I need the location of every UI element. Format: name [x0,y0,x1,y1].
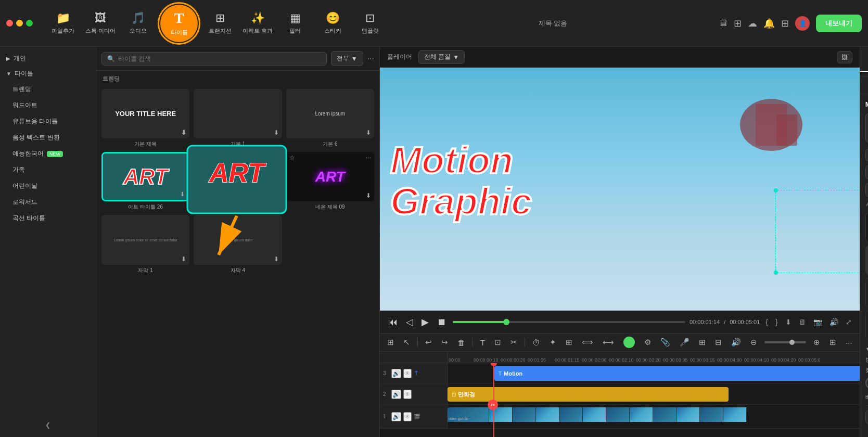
tile-basic-title[interactable]: YOUR TITLE HERE ⬇ 기본 제목 [101,89,189,148]
filter-button[interactable]: ▦ 필터 [277,5,313,42]
tl-mirror-tool[interactable]: ⟺ [580,337,595,348]
tile-neon09[interactable]: ART ⬇ ☆ ··· 네온 제목 09 [286,152,374,211]
track-2-content[interactable]: ⊡ 만화경 [448,384,860,404]
tile-basic6[interactable]: Lorem ipsum ⬇ 기본 6 [286,89,374,148]
export-button[interactable]: 내보내기 [816,15,862,32]
tl-layout-button[interactable]: ⊞ [827,337,838,348]
fullscreen-ctrl-button[interactable]: ⤢ [844,317,853,327]
audio-ctrl-button[interactable]: 🔊 [828,317,840,327]
tl-undo-button[interactable]: ↩ [423,337,434,348]
effect-button[interactable]: ✨ 이펙트 효과 [240,5,275,42]
bracket-open-button[interactable]: { [764,317,770,327]
track-2-visibility[interactable]: 👁 [403,390,412,399]
transform-row[interactable]: 변환 ◇ [865,356,868,364]
screenshot-button[interactable]: 🖼 [837,51,852,63]
monitor-out-button[interactable]: 🖥 [797,317,808,327]
zoom-slider[interactable] [764,341,806,343]
tl-text-tool[interactable]: T [478,337,487,348]
sidebar-item-wordart[interactable]: 워드아트 [0,97,96,113]
preset-slash[interactable]: ⊘ [865,213,868,242]
tile-basic1[interactable]: ⬇ 기본 1 [194,89,282,148]
search-box[interactable]: 🔍 [101,52,327,66]
track-3-clip[interactable]: T Motion [494,366,860,381]
sidebar-item-voice-text[interactable]: 음성 텍스트 변환 [0,130,96,146]
quality-select[interactable]: 전체 품질 ▼ [418,50,465,64]
stop-button[interactable]: ⏹ [435,316,449,329]
track-3-content[interactable]: T Motion [448,363,860,383]
align-justify-button[interactable]: ≡ [865,165,868,179]
tl-star-tool[interactable]: ✦ [547,337,558,348]
sidebar-item-youtube[interactable]: 유튜브용 타이틀 [0,113,96,130]
tl-delete-button[interactable]: 🗑 [455,337,467,348]
subtab-basic[interactable]: 기본 [860,76,868,94]
template-button[interactable]: ⊡ 템플릿 [352,5,388,42]
sidebar-item-lowthird[interactable]: 로워서드 [0,194,96,210]
track-2-clip[interactable]: ⊡ 만화경 [448,387,729,402]
sidebar-collapse-button[interactable]: ❮ [0,417,96,433]
sidebar-item-family[interactable]: 가족 [0,162,96,178]
preset-a-white3[interactable]: A [865,311,868,340]
sidebar-item-korea-fun[interactable]: 예능한국어 NEW [0,146,96,162]
screenshot-ctrl-button[interactable]: 📷 [812,317,824,327]
tl-more-tool[interactable]: ⊞ [697,337,708,348]
fullscreen-button[interactable] [26,20,33,27]
tile-sub1[interactable]: Lorem ipsum dolor sit amet consectetur ⬇… [101,215,189,274]
tl-mic-button[interactable]: 🎤 [678,337,692,348]
filter-dropdown[interactable]: 전부 ▼ [331,51,363,66]
tile-sub29[interactable]: Lorem Ipsum Lorem ipsum dolor sit amet ⬇… [194,152,282,211]
track-3-visibility[interactable]: 👁 [403,369,412,378]
tl-settings-button[interactable]: ⚙ [642,337,653,348]
text-editor[interactable]: MotionGraphic [865,113,868,143]
play-button[interactable]: ▶ [419,315,431,329]
sidebar-section-personal[interactable]: ▶ 개인 [0,51,96,66]
title-button[interactable]: T 타이틀 [160,5,198,42]
tl-select-tool[interactable]: ⊞ [385,337,396,348]
track-1-content[interactable]: user guide [448,405,860,428]
close-button[interactable] [6,20,13,27]
rewind-button[interactable]: ⏮ [386,316,400,329]
tl-detach-button[interactable]: ⊟ [713,337,724,348]
tl-expand-button[interactable]: ··· [844,337,854,348]
track-2-mute[interactable]: 🔊 [391,390,401,399]
tile-art26[interactable]: ART ⬇ 아트 타이틀 26 [101,152,189,211]
audio-button[interactable]: 🎵 오디오 [120,5,156,42]
frame-back-button[interactable]: ◁ [404,315,415,329]
font-select[interactable]: Montserrat ExtraBold It ▼ [865,149,868,161]
tl-plus-button[interactable]: ⊕ [811,337,822,348]
tl-minus-button[interactable]: ⊖ [748,337,759,348]
sidebar-item-trending[interactable]: 트렌딩 [0,81,96,97]
down-icon-button[interactable]: ⬇ [784,317,793,327]
tile-sub4[interactable]: Lorem ipsum dolor ⬇ 자막 4 [194,215,282,274]
init-button[interactable]: 초기화 [865,410,868,424]
more-button[interactable]: ··· [367,54,374,63]
preset-a-outline[interactable]: A [865,246,868,275]
file-add-button[interactable]: 📁 파일추가 [45,5,81,42]
rotation-circle[interactable] [865,377,868,389]
track-3-mute[interactable]: 🔊 [391,369,401,378]
sidebar-section-title[interactable]: ▼ 타이틀 [0,66,96,81]
search-input[interactable] [118,55,321,62]
tl-crop-tool[interactable]: ⊡ [492,337,503,348]
tl-swap-tool[interactable]: ⟷ [601,337,616,348]
minimize-button[interactable] [16,20,23,27]
tab-title[interactable]: 타이틀 [860,52,868,72]
preset-a-silver[interactable]: A [865,278,868,307]
bracket-close-button[interactable]: } [774,317,780,327]
tl-redo-button[interactable]: ↪ [439,337,450,348]
sticker-button[interactable]: 😊 스티커 [315,5,350,42]
tl-split-tool[interactable]: ✂ [508,337,519,348]
transition-button[interactable]: ⊞ 트랜지션 [202,5,238,42]
track-1-mute[interactable]: 🔊 [391,412,401,421]
sidebar-item-curve-title[interactable]: 곡선 타이틀 [0,210,96,226]
sidebar-item-childrens-day[interactable]: 어린이날 [0,178,96,194]
align-left-button[interactable]: ≡ [865,183,868,197]
record-button[interactable] [623,337,635,348]
tl-vol-button[interactable]: 🔊 [729,337,743,348]
progress-bar[interactable] [453,321,685,323]
add-text-opts[interactable]: ▼ 추가 텍스트 옵션 [865,345,868,353]
tl-clip-tool[interactable]: 📎 [658,337,672,348]
tl-clock-tool[interactable]: ⏱ [530,337,542,348]
tl-pointer-tool[interactable]: ↖ [401,337,412,348]
tl-copy-tool[interactable]: ⊞ [564,337,575,348]
stock-media-button[interactable]: 🖼 스톡 미디어 [83,5,118,42]
